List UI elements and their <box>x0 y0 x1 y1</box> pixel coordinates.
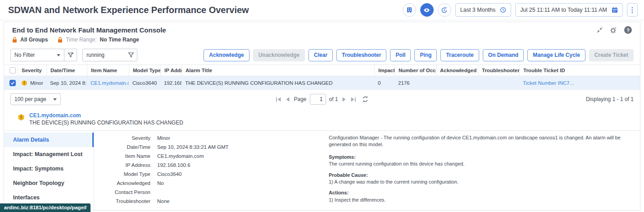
last-page-icon[interactable] <box>350 97 357 102</box>
header-controls: Last 3 Months Jul 25 11:11 AM to Today 1… <box>403 3 638 17</box>
poll-button[interactable]: Poll <box>390 49 411 61</box>
detail-row: Date/Time Sep 10, 2024 8:33:21 AM GMT <box>94 143 322 152</box>
per-page-value: 100 per page <box>14 96 46 102</box>
lock-icon <box>58 37 63 43</box>
next-page-icon[interactable] <box>341 97 347 102</box>
pager-controls: Page of 1 <box>4 94 640 105</box>
filter-select[interactable]: No Filter <box>10 49 64 61</box>
detail-row: Item Name CE1.mydomain.com <box>94 152 322 161</box>
detail-row: Acknowledged No <box>94 179 322 188</box>
time-preset-label: Last 3 Months <box>460 7 496 13</box>
col-acknowledged[interactable]: Acknowledged <box>436 65 478 76</box>
eye-icon <box>423 7 430 14</box>
time-preset-selector[interactable]: Last 3 Months <box>455 3 512 17</box>
filter-icon <box>128 52 134 58</box>
row-occurrences: 2176 <box>395 76 436 89</box>
report-view-button[interactable] <box>403 3 416 17</box>
detail-troubleshooter: None <box>150 197 170 206</box>
alarm-detail-fields: Severity Minor Date/Time Sep 10, 2024 8:… <box>94 131 322 210</box>
clear-button[interactable]: Clear <box>308 49 333 61</box>
filter-edit-button[interactable] <box>64 49 77 61</box>
fault-management-panel: End to End Network Fault Management Cons… <box>4 22 640 211</box>
actions-heading: Actions: <box>329 189 633 196</box>
on-demand-button[interactable]: On Demand <box>483 49 524 61</box>
collapse-icon[interactable] <box>597 27 603 33</box>
col-troubleshooter[interactable]: Troubleshooter <box>478 65 519 76</box>
col-trouble-ticket[interactable]: Trouble Ticket ID <box>519 65 640 76</box>
settings-gear-icon[interactable] <box>610 27 617 34</box>
troubleshooter-button[interactable]: Troubleshooter <box>336 49 386 61</box>
chevron-down-icon <box>53 98 57 101</box>
alarm-table-header: Severity Date/Time Item Name Model Type … <box>4 65 640 76</box>
groups-scope-label: All Groups <box>20 37 48 43</box>
time-range-value: No Time Range <box>100 37 139 43</box>
row-datetime: Sep 10, 2024 8:33:21 ... <box>46 76 87 89</box>
col-model-type[interactable]: Model Type <box>129 65 160 76</box>
scope-row: All Groups Time Range: No Time Range <box>4 35 640 46</box>
row-checkbox[interactable] <box>9 80 16 86</box>
per-page-select[interactable]: 100 per page <box>10 93 61 105</box>
tab-interfaces[interactable]: Interfaces <box>4 190 94 205</box>
page-number-input[interactable] <box>310 94 326 105</box>
detail-row: Severity Minor <box>94 134 322 143</box>
select-all-checkbox[interactable] <box>9 67 16 74</box>
view-toggle-button[interactable] <box>420 3 434 17</box>
alarm-table-row[interactable]: Minor Sep 10, 2024 8:33:21 ... CE1.mydom… <box>4 76 640 90</box>
tab-alarm-details[interactable]: Alarm Details <box>4 133 94 147</box>
col-alarm-title[interactable]: Alarm Title <box>181 65 374 76</box>
col-item-name[interactable]: Item Name <box>87 65 129 76</box>
detail-row: IP Address 192.168.100.6 <box>94 161 322 170</box>
displaying-count: Displaying 1 - 1 of 1 <box>586 96 634 102</box>
detail-row: Troubleshooter None <box>94 197 322 206</box>
actions-body: 1) Inspect the differences. <box>329 197 633 203</box>
tab-impact-symptoms[interactable]: Impact: Symptoms <box>4 161 94 176</box>
col-severity[interactable]: Severity <box>18 65 46 76</box>
panel-header: End to End Network Fault Management Cons… <box>4 22 640 35</box>
ping-button[interactable]: Ping <box>414 49 437 61</box>
tab-impact-management-lost[interactable]: Impact: Management Lost <box>4 147 94 161</box>
more-options-button[interactable]: ⋮ <box>627 3 638 17</box>
col-impact[interactable]: Impact <box>374 65 395 76</box>
detail-tabs: Alarm Details Impact: Management Lost Im… <box>4 131 94 210</box>
row-ticket-link[interactable]: Ticket Number INC7... <box>523 80 574 86</box>
probable-cause-heading: Probable Cause: <box>329 172 633 179</box>
help-icon[interactable]: ? <box>624 26 632 34</box>
minor-severity-icon <box>21 80 27 86</box>
manage-life-cycle-button[interactable]: Manage Life Cycle <box>527 49 585 61</box>
row-item-name-link[interactable]: CE1.mydomain.com <box>91 80 129 86</box>
pagination-bar: 100 per page Page of 1 Displaying 1 - 1 <box>4 90 640 109</box>
col-ip-address[interactable]: IP Addr... <box>160 65 181 76</box>
row-model-type: Cisco3640 <box>129 76 160 89</box>
col-occurrences[interactable]: Number of Occurren... <box>395 65 436 76</box>
prev-page-icon[interactable] <box>285 97 290 102</box>
detail-acknowledged: No <box>150 179 164 188</box>
page-label: Page <box>294 96 306 102</box>
detail-item-name-link[interactable]: CE1.mydomain.com <box>150 152 204 161</box>
create-ticket-button[interactable]: Create Ticket <box>589 49 634 61</box>
calendar-icon <box>612 7 618 13</box>
refresh-icon[interactable] <box>362 96 369 103</box>
acknowledge-button[interactable]: Acknowledge <box>204 49 249 61</box>
unacknowledge-button[interactable]: Unacknowledge <box>253 49 305 61</box>
detail-datetime: Sep 10, 2024 8:33:21 AM GMT <box>150 143 229 152</box>
date-range-selector[interactable]: Jul 25 11:11 AM to Today 11:11 AM <box>515 3 623 17</box>
col-datetime[interactable]: Date/Time <box>46 65 87 76</box>
row-impact: 0 <box>374 76 395 89</box>
first-page-icon[interactable] <box>275 97 282 102</box>
row-severity: Minor <box>30 80 43 86</box>
filter-select-value: No Filter <box>14 52 35 58</box>
alarm-device-link[interactable]: CE1.mydomain.com <box>29 112 183 119</box>
minor-severity-icon <box>18 114 25 121</box>
symptoms-body: The current running configuration on thi… <box>329 161 633 167</box>
row-alarm-title: THE DEVICE(S) RUNNING CONFIGURATION HAS … <box>181 76 374 89</box>
refresh-schedule-button[interactable] <box>438 3 451 17</box>
detail-contact-person <box>150 188 157 197</box>
clock-icon <box>500 7 506 13</box>
tab-neighbor-topology[interactable]: Neighbor Topology <box>4 176 94 190</box>
traceroute-button[interactable]: Traceroute <box>440 49 479 61</box>
date-range-label: Jul 25 11:11 AM to Today 11:11 AM <box>520 7 607 13</box>
probable-cause-body: 1) A change was made to the current runn… <box>329 179 633 185</box>
alarm-description: Configuration Manager - The running conf… <box>322 131 640 210</box>
refresh-clock-icon <box>441 7 448 14</box>
detail-model-type: Cisco3640 <box>150 170 181 179</box>
